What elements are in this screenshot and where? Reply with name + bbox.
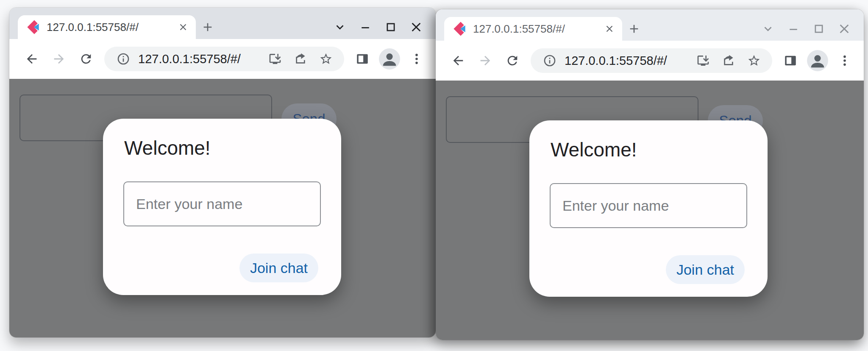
dialog-title: Welcome! <box>551 138 637 161</box>
welcome-dialog: Welcome! Join chat <box>103 119 341 295</box>
tab-strip: 127.0.0.1:55758/#/ <box>436 9 864 41</box>
share-icon[interactable] <box>718 50 739 71</box>
browser-toolbar: 127.0.0.1:55758/#/ <box>9 39 436 79</box>
side-panel-icon[interactable] <box>778 48 803 73</box>
minimize-button[interactable] <box>781 17 806 41</box>
reload-icon[interactable] <box>74 47 98 71</box>
minimize-button[interactable] <box>353 15 378 39</box>
url-text[interactable]: 127.0.0.1:55758/#/ <box>138 52 260 66</box>
profile-avatar-icon[interactable] <box>377 47 402 71</box>
close-window-button[interactable] <box>403 15 429 39</box>
site-info-icon[interactable] <box>539 50 560 71</box>
side-panel-icon[interactable] <box>350 47 375 71</box>
forward-icon[interactable] <box>473 48 498 73</box>
tab-title: 127.0.0.1:55758/#/ <box>47 21 169 34</box>
tab-title: 127.0.0.1:55758/#/ <box>473 22 595 36</box>
browser-window-right: 127.0.0.1:55758/#/ <box>436 9 864 340</box>
maximize-button[interactable] <box>378 15 403 39</box>
tab-close-icon[interactable] <box>175 19 192 36</box>
browser-window-left: 127.0.0.1:55758/#/ <box>9 8 436 337</box>
url-text[interactable]: 127.0.0.1:55758/#/ <box>565 54 688 68</box>
welcome-dialog: Welcome! Join chat <box>529 120 768 297</box>
bookmark-star-icon[interactable] <box>743 50 765 71</box>
join-chat-button[interactable]: Join chat <box>666 255 745 284</box>
profile-avatar-icon[interactable] <box>805 48 830 73</box>
page-content-scrim: Send Welcome! Join chat <box>436 81 864 340</box>
back-icon[interactable] <box>446 48 470 73</box>
name-input[interactable] <box>123 181 321 226</box>
menu-dots-icon[interactable] <box>404 47 429 71</box>
tab-search-chevron-icon[interactable] <box>755 17 781 41</box>
tab-search-chevron-icon[interactable] <box>327 15 353 39</box>
site-info-icon[interactable] <box>113 48 134 70</box>
flutter-favicon-icon <box>452 21 467 36</box>
name-input[interactable] <box>550 183 747 228</box>
forward-icon[interactable] <box>47 47 71 71</box>
new-tab-button[interactable] <box>622 17 646 41</box>
install-app-icon[interactable] <box>693 50 714 71</box>
browser-toolbar: 127.0.0.1:55758/#/ <box>436 41 864 81</box>
flutter-favicon-icon <box>25 20 41 35</box>
maximize-button[interactable] <box>806 17 832 41</box>
page-content-scrim: Send Welcome! Join chat <box>9 79 436 337</box>
share-icon[interactable] <box>290 48 311 70</box>
browser-tab[interactable]: 127.0.0.1:55758/#/ <box>18 15 196 39</box>
tab-close-icon[interactable] <box>601 20 618 37</box>
bookmark-star-icon[interactable] <box>315 48 337 70</box>
join-chat-button[interactable]: Join chat <box>239 254 318 282</box>
reload-icon[interactable] <box>500 48 525 73</box>
menu-dots-icon[interactable] <box>832 48 857 73</box>
address-bar[interactable]: 127.0.0.1:55758/#/ <box>104 47 344 71</box>
back-icon[interactable] <box>19 47 44 71</box>
address-bar[interactable]: 127.0.0.1:55758/#/ <box>531 48 772 73</box>
close-window-button[interactable] <box>832 17 857 41</box>
dialog-title: Welcome! <box>124 136 211 159</box>
new-tab-button[interactable] <box>196 15 220 39</box>
install-app-icon[interactable] <box>264 48 286 70</box>
tab-strip: 127.0.0.1:55758/#/ <box>9 8 436 39</box>
browser-tab[interactable]: 127.0.0.1:55758/#/ <box>444 17 622 41</box>
